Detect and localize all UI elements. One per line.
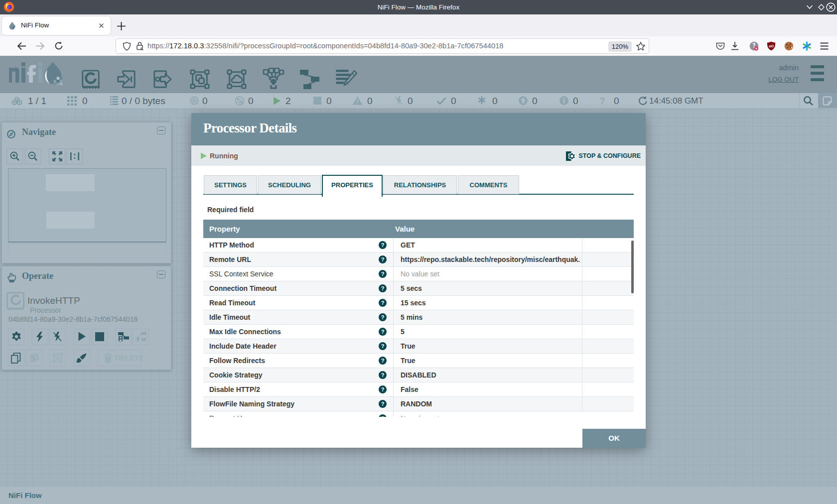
svg-text:uO: uO — [769, 44, 774, 48]
